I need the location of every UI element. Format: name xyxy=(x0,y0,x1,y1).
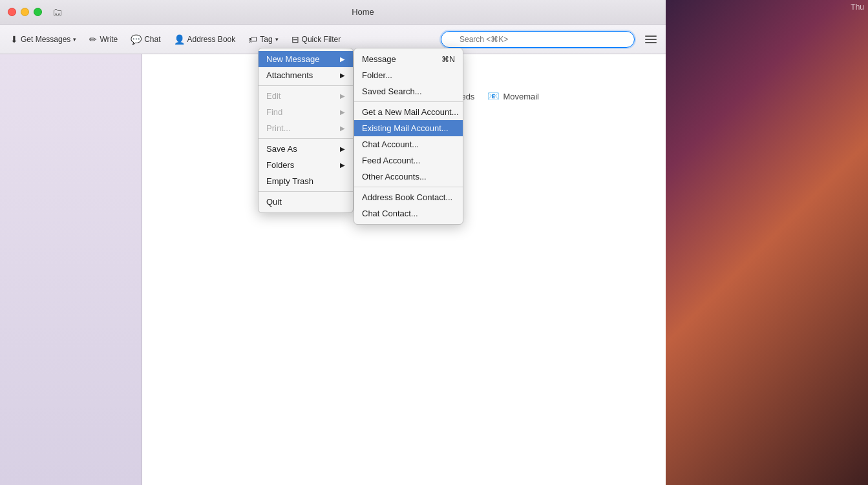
edit-chevron: ▶ xyxy=(340,92,345,99)
menu-attachments-label: Attachments xyxy=(266,70,313,80)
sidebar xyxy=(0,54,142,485)
submenu-chat-account-label: Chat Account... xyxy=(362,139,419,149)
submenu-get-new-mail-label: Get a New Mail Account... xyxy=(362,107,459,117)
submenu-saved-search[interactable]: Saved Search... xyxy=(354,83,463,99)
menu-attachments[interactable]: Attachments ▶ xyxy=(259,67,353,83)
menu-folders-label: Folders xyxy=(266,160,294,170)
menu-find-label: Find xyxy=(266,107,282,117)
wallpaper-area: Thu xyxy=(666,0,868,485)
window-title: Home xyxy=(68,7,658,17)
search-wrapper: 🔍 xyxy=(441,31,635,48)
get-messages-icon: ⬇ xyxy=(10,34,18,45)
folder-icon: 🗂 xyxy=(52,6,63,18)
submenu-existing-mail-label: Existing Mail Account... xyxy=(362,123,449,133)
submenu-saved-search-label: Saved Search... xyxy=(362,87,422,96)
address-book-icon: 👤 xyxy=(174,34,185,45)
attachments-chevron: ▶ xyxy=(340,72,345,79)
print-chevron: ▶ xyxy=(340,125,345,132)
nav-movemail[interactable]: 📧 Movemail xyxy=(487,90,539,102)
new-message-submenu: Message ⌘N Folder... Saved Search... Get… xyxy=(354,48,463,225)
find-chevron: ▶ xyxy=(340,108,345,116)
main-menu: New Message ▶ Attachments ▶ Edit ▶ Find … xyxy=(258,48,354,213)
submenu-chat-contact-label: Chat Contact... xyxy=(362,209,418,218)
menu-print: Print... ▶ xyxy=(259,120,353,136)
hamburger-line-3 xyxy=(645,42,657,43)
submenu-sep-1 xyxy=(354,101,463,102)
quick-filter-button[interactable]: ⊟ Quick Filter xyxy=(286,32,346,47)
menu-sep-2 xyxy=(259,138,353,139)
menu-folders[interactable]: Folders ▶ xyxy=(259,157,353,173)
menu-button[interactable] xyxy=(641,30,661,49)
write-button[interactable]: ✏ Write xyxy=(84,32,123,47)
submenu-folder[interactable]: Folder... xyxy=(354,67,463,83)
nav-movemail-label: Movemail xyxy=(503,92,539,101)
submenu-address-book-contact-label: Address Book Contact... xyxy=(362,192,452,202)
submenu-feed-account[interactable]: Feed Account... xyxy=(354,152,463,169)
filter-icon: ⊟ xyxy=(291,34,299,45)
folders-chevron: ▶ xyxy=(340,161,345,169)
search-input[interactable] xyxy=(441,31,635,48)
submenu-chat-account[interactable]: Chat Account... xyxy=(354,136,463,152)
minimize-button[interactable] xyxy=(21,8,29,16)
submenu-other-accounts[interactable]: Other Accounts... xyxy=(354,169,463,185)
tag-button[interactable]: 🏷 Tag ▾ xyxy=(243,32,283,47)
write-icon: ✏ xyxy=(89,34,97,45)
menu-save-as-label: Save As xyxy=(266,144,297,154)
submenu-other-accounts-label: Other Accounts... xyxy=(362,172,427,181)
window-controls xyxy=(8,8,42,16)
submenu-sep-2 xyxy=(354,187,463,187)
title-bar: 🗂 Home xyxy=(0,0,666,25)
message-shortcut: ⌘N xyxy=(441,55,455,64)
menu-edit: Edit ▶ xyxy=(259,88,353,104)
submenu-feed-account-label: Feed Account... xyxy=(362,156,420,165)
address-book-button[interactable]: 👤 Address Book xyxy=(169,32,241,47)
submenu-folder-label: Folder... xyxy=(362,70,392,80)
menu-empty-trash[interactable]: Empty Trash xyxy=(259,173,353,189)
menu-quit-label: Quit xyxy=(266,197,282,207)
save-as-chevron: ▶ xyxy=(340,145,345,152)
submenu-message[interactable]: Message ⌘N xyxy=(354,51,463,67)
submenu-existing-mail[interactable]: Existing Mail Account... xyxy=(354,120,463,136)
menu-save-as[interactable]: Save As ▶ xyxy=(259,141,353,157)
menu-find: Find ▶ xyxy=(259,104,353,120)
menu-empty-trash-label: Empty Trash xyxy=(266,176,313,186)
hamburger-line-2 xyxy=(645,39,657,40)
new-message-chevron: ▶ xyxy=(340,56,345,63)
maximize-button[interactable] xyxy=(34,8,42,16)
submenu-get-new-mail[interactable]: Get a New Mail Account... xyxy=(354,104,463,120)
submenu-chat-contact[interactable]: Chat Contact... xyxy=(354,205,463,222)
day-label: Thu xyxy=(847,0,868,14)
tag-icon: 🏷 xyxy=(248,34,257,45)
get-messages-button[interactable]: ⬇ Get Messages ▾ xyxy=(5,32,81,47)
menu-edit-label: Edit xyxy=(266,91,281,101)
submenu-message-label: Message xyxy=(362,54,396,64)
menu-print-label: Print... xyxy=(266,123,291,133)
movemail-icon: 📧 xyxy=(487,90,500,102)
chat-button[interactable]: 💬 Chat xyxy=(125,32,165,47)
menu-sep-1 xyxy=(259,85,353,86)
hamburger-line-1 xyxy=(645,36,657,37)
menu-new-message-label: New Message xyxy=(266,54,319,64)
submenu-address-book-contact[interactable]: Address Book Contact... xyxy=(354,189,463,205)
menu-new-message[interactable]: New Message ▶ xyxy=(259,51,353,67)
menus-overlay: New Message ▶ Attachments ▶ Edit ▶ Find … xyxy=(258,48,463,225)
chat-icon: 💬 xyxy=(131,34,142,45)
close-button[interactable] xyxy=(8,8,16,16)
menu-sep-3 xyxy=(259,191,353,192)
menu-quit[interactable]: Quit xyxy=(259,194,353,210)
